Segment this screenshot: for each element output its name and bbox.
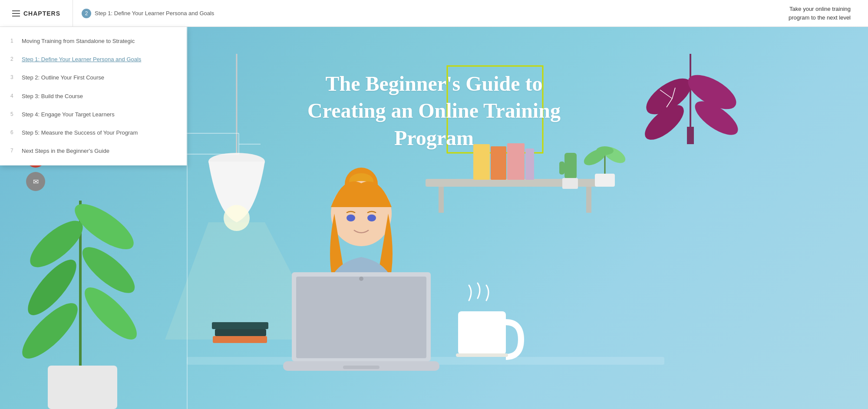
svg-rect-39 [215, 329, 266, 336]
top-right-cta: Take your online training program to the… [789, 5, 868, 22]
mug-illustration [456, 283, 521, 357]
svg-point-51 [359, 277, 363, 281]
chapter-item-7[interactable]: 7 Next Steps in the Beginner's Guide [0, 142, 187, 160]
menu-icon [12, 10, 20, 16]
chapter-item-4[interactable]: 4 Step 3: Build the Course [0, 87, 187, 106]
svg-rect-19 [525, 148, 534, 180]
plant-right-illustration [639, 54, 743, 146]
chapters-dropdown: 1 Moving Training from Standalone to Str… [0, 27, 187, 165]
breadcrumb-number: 2 [82, 9, 91, 18]
chapter-item-3[interactable]: 3 Step 2: Outline Your First Course [0, 69, 187, 87]
laptop-illustration [283, 272, 439, 371]
chapter-item-2[interactable]: 2 Step 1: Define Your Learner Persona an… [0, 50, 187, 69]
email-icon[interactable]: ✉ [26, 172, 45, 191]
hero-title: The Beginner's Guide to Creating an Onli… [307, 70, 561, 152]
svg-rect-50 [343, 366, 380, 369]
svg-rect-53 [456, 353, 508, 357]
chapter-item-6[interactable]: 6 Step 5: Measure the Success of Your Pr… [0, 124, 187, 142]
svg-rect-21 [559, 162, 564, 175]
breadcrumb: 2 Step 1: Define Your Learner Persona an… [73, 9, 223, 18]
svg-rect-52 [458, 311, 506, 355]
svg-rect-23 [562, 178, 578, 189]
svg-rect-38 [212, 322, 268, 329]
svg-rect-0 [48, 366, 117, 409]
svg-rect-30 [687, 127, 694, 144]
chapters-button[interactable]: CHAPTERS [0, 0, 73, 26]
chapter-item-1[interactable]: 1 Moving Training from Standalone to Str… [0, 32, 187, 50]
svg-point-28 [596, 146, 614, 155]
svg-rect-40 [213, 336, 267, 343]
svg-point-46 [367, 214, 376, 221]
chapters-label: CHAPTERS [23, 10, 60, 17]
svg-rect-22 [571, 159, 577, 172]
top-navigation: CHAPTERS 2 Step 1: Define Your Learner P… [0, 0, 868, 27]
svg-rect-15 [586, 187, 591, 213]
svg-rect-14 [439, 187, 444, 213]
breadcrumb-text: Step 1: Define Your Learner Persona and … [95, 10, 214, 16]
svg-rect-48 [296, 277, 426, 358]
svg-point-45 [347, 214, 355, 221]
plant-left-illustration [15, 196, 144, 409]
svg-rect-24 [595, 174, 615, 187]
chapter-item-5[interactable]: 5 Step 4: Engage Your Target Learners [0, 106, 187, 124]
